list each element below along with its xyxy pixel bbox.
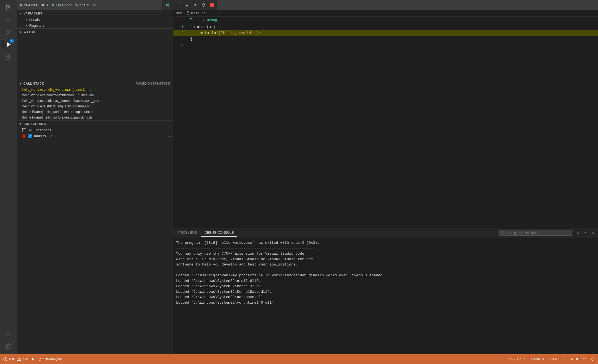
config-label: No Configurations	[56, 3, 85, 7]
svg-point-2	[6, 30, 8, 31]
locals-chevron: ▶	[26, 18, 28, 21]
svg-point-27	[5, 360, 6, 360]
breadcrumb: src › main.rs	[173, 10, 598, 17]
main-rs-bp-line: 2	[169, 134, 170, 138]
activity-source-control[interactable]	[3, 27, 14, 38]
svg-point-11	[8, 346, 9, 347]
status-debug-icon[interactable]	[31, 358, 35, 361]
activity-run-debug[interactable]: 1	[3, 39, 14, 50]
console-more-icon[interactable]: ···	[239, 230, 243, 235]
all-exceptions-checkbox[interactable]	[22, 128, 26, 132]
callstack-item-3[interactable]: hello_world.exe!std::rt::lang_start::clo…	[17, 104, 173, 109]
all-exceptions-item[interactable]: All Exceptions	[17, 127, 173, 133]
status-errors[interactable]: ⊘ 0	[3, 357, 14, 361]
activity-extensions[interactable]	[3, 51, 14, 62]
all-exceptions-label: All Exceptions	[28, 128, 51, 132]
play-config-icon	[51, 3, 55, 7]
status-debug-play-icon	[31, 358, 35, 361]
line-num-2: ▶ 2	[173, 30, 188, 36]
breadcrumb-src: src	[176, 10, 182, 16]
activity-settings[interactable]	[3, 341, 14, 352]
extensions-badge: 1	[9, 39, 14, 43]
svg-rect-7	[9, 54, 11, 56]
watch-title: WATCH	[23, 30, 35, 34]
breadcrumb-file: main.rs	[191, 10, 205, 16]
config-dropdown[interactable]: No Configurations	[50, 3, 91, 8]
paused-badge: PAUSED ON BREAKPOINT	[136, 82, 170, 85]
code-line-4: 4	[173, 42, 598, 48]
debug-link[interactable]: Debug	[207, 17, 217, 23]
svg-point-0	[6, 18, 9, 21]
activity-account[interactable]	[3, 329, 14, 340]
console-line-0: The program '[7816] hello_world.exe' has…	[176, 240, 595, 246]
main-rs-bp-item[interactable]: main.rs src 2	[17, 133, 173, 139]
main-rs-bp-checkbox[interactable]	[28, 134, 32, 138]
watch-header[interactable]: ▼ WATCH	[17, 29, 173, 35]
status-spaces[interactable]: Spaces: 4	[529, 357, 544, 361]
main-rs-bp-label: main.rs	[34, 134, 46, 138]
watch-chevron: ▼	[19, 31, 22, 34]
variables-header[interactable]: ▼ VARIABLES	[17, 10, 173, 17]
code-line-1: 1 fn main() {	[173, 24, 598, 30]
console-line-8: Loaded 'C:\Windows\System32\ntdll.dll'.	[176, 278, 595, 284]
status-left: ⊘ 0 ⚠ 0 rust-analyzer	[3, 357, 62, 361]
console-line-1: ----------------------------------------…	[176, 246, 595, 251]
sidebar: ▼ VARIABLES ▶ Locals ▶ Registers ▼ WATCH	[17, 10, 173, 364]
locals-item[interactable]: ▶ Locals	[17, 17, 173, 23]
toolbar-continue-btn[interactable]	[164, 2, 170, 8]
console-up-icon[interactable]: ∧	[582, 230, 589, 236]
status-bell[interactable]	[591, 357, 595, 361]
console-close-icon[interactable]: ✕	[590, 230, 596, 236]
bell-icon	[591, 357, 595, 361]
toolbar-stepout-btn[interactable]	[192, 2, 199, 8]
rust-analyzer-label: rust-analyzer	[43, 357, 62, 361]
line-num-4: 4	[173, 42, 188, 48]
toolbar-stop-btn[interactable]	[209, 2, 215, 8]
run-link[interactable]: Run	[194, 17, 201, 23]
toolbar-stepinto-btn[interactable]	[184, 2, 190, 8]
topbar-more-icon[interactable]: ···	[99, 3, 102, 8]
tab-problems[interactable]: PROBLEMS	[175, 229, 200, 237]
console-list-icon[interactable]: ≡	[575, 230, 581, 236]
status-language[interactable]: Rust	[571, 357, 578, 361]
callstack-item-1[interactable]: hello_world.exe!core::ops::function::FnO…	[17, 92, 173, 98]
console-line-3: with Visual Studio Code, Visual Studio o…	[176, 257, 595, 262]
pipe-sep: |	[203, 17, 205, 23]
svg-marker-12	[52, 4, 55, 7]
toolbar-stepover-btn[interactable]	[175, 2, 182, 8]
activity-explorer[interactable]	[3, 2, 14, 13]
gear-icon[interactable]: ⚙	[92, 3, 96, 7]
svg-rect-9	[9, 57, 11, 59]
variables-title: VARIABLES	[23, 12, 42, 15]
status-warnings[interactable]: ⚠ 0	[17, 357, 28, 361]
toolbar-restart-btn[interactable]	[200, 2, 207, 8]
registers-chevron: ▶	[26, 24, 28, 27]
svg-point-30	[19, 360, 19, 360]
callstack-item-5[interactable]: [Inline Frame] hello_world.exe!std::pani…	[17, 115, 173, 120]
status-rust-analyzer[interactable]: rust-analyzer	[38, 357, 62, 361]
svg-marker-17	[186, 5, 188, 6]
registers-item[interactable]: ▶ Registers	[17, 23, 173, 28]
console-filter-input[interactable]	[499, 230, 572, 236]
svg-rect-15	[169, 3, 169, 7]
variables-section: ▼ VARIABLES ▶ Locals ▶ Registers	[17, 10, 173, 28]
status-line-ending[interactable]: LF	[563, 357, 567, 361]
toolbar-sep-1	[173, 3, 173, 7]
registers-label: Registers	[29, 23, 45, 28]
callstack-item-0[interactable]: hello_world.exe!hello_world::main() Line…	[17, 87, 173, 92]
topbar-left: RUN AND DEBUG No Configurations ⚙ ···	[20, 3, 595, 8]
breakpoints-header[interactable]: ▼ BREAKPOINTS	[17, 120, 173, 127]
callstack-item-2[interactable]: hello_world.exe!std::sys_common::backtra…	[17, 98, 173, 104]
status-sync[interactable]	[582, 357, 586, 361]
right-panel: src › main.rs Run | Debug 1 fn main() { …	[173, 10, 598, 364]
activity-search[interactable]	[3, 14, 14, 26]
callstack-item-4[interactable]: [Inline Frame] hello_world.exe!core::ops…	[17, 109, 173, 115]
status-position[interactable]: Ln 2, Col 1	[509, 357, 525, 361]
callstack-header[interactable]: ▼ CALL STACK PAUSED ON BREAKPOINT	[17, 80, 173, 87]
tab-debug-console[interactable]: DEBUG CONSOLE	[201, 229, 237, 237]
console-line-9: Loaded 'C:\Windows\System32\kernel32.dll…	[176, 284, 595, 289]
status-encoding[interactable]: UTF-8	[549, 357, 558, 361]
warning-icon	[17, 357, 21, 361]
svg-marker-14	[166, 3, 168, 7]
svg-rect-6	[6, 54, 8, 56]
